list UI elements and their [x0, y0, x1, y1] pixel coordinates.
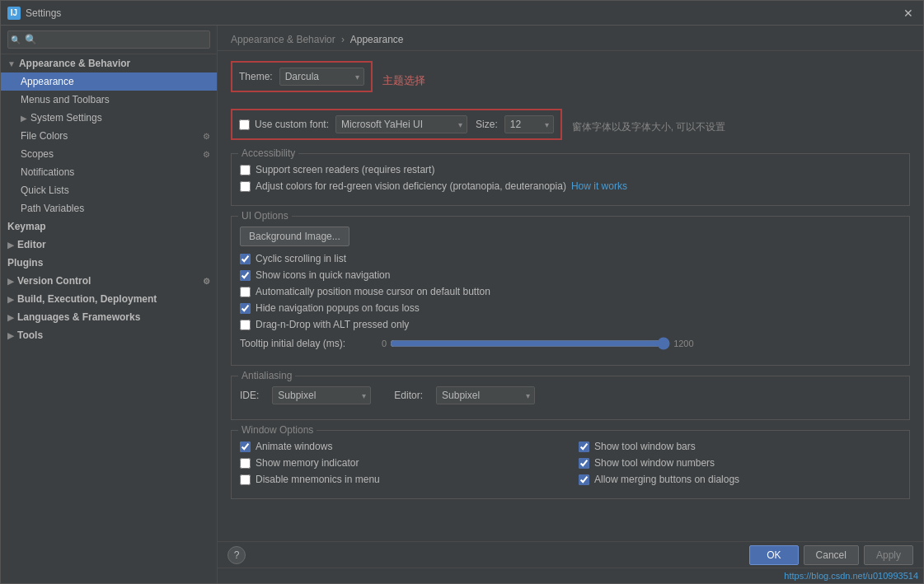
sidebar-item-label: Scopes	[21, 148, 54, 160]
theme-select[interactable]: Darcula IntelliJ Windows 10 High contras…	[279, 68, 364, 86]
app-icon: IJ	[7, 7, 21, 20]
expand-arrow: ▶	[7, 241, 14, 250]
expand-arrow: ▶	[7, 277, 14, 286]
content-panel: Appearance & Behavior › Appearance Theme…	[218, 26, 923, 583]
font-select[interactable]: Microsoft YaHei UI Arial Segoe UI	[335, 115, 467, 133]
size-select[interactable]: 12 11 13 14	[504, 115, 554, 133]
expand-arrow: ▶	[7, 313, 14, 322]
disable-mnemonics-row: Disable mnemonics in menu	[240, 474, 562, 485]
ide-select-wrapper: Subpixel Greyscale None	[272, 386, 371, 404]
ide-antialiasing-select[interactable]: Subpixel Greyscale None	[272, 386, 371, 404]
sidebar-item-version-control[interactable]: ▶ Version Control ⚙	[1, 272, 217, 290]
allow-merging-buttons-checkbox[interactable]	[579, 474, 589, 485]
show-tool-window-bars-checkbox[interactable]	[579, 442, 589, 452]
sidebar-item-path-variables[interactable]: Path Variables	[1, 199, 217, 217]
apply-button[interactable]: Apply	[864, 545, 913, 565]
expand-arrow: ▶	[7, 331, 14, 340]
hide-navigation-popups-row: Hide navigation popups on focus loss	[240, 302, 901, 314]
adjust-colors-checkbox[interactable]	[240, 181, 251, 192]
ide-label: IDE:	[240, 390, 259, 401]
settings-window: IJ Settings ✕ ▼ Appearance & Behavior Ap…	[0, 0, 924, 584]
font-select-wrapper: Microsoft YaHei UI Arial Segoe UI	[335, 115, 467, 133]
help-button[interactable]: ?	[227, 546, 246, 564]
theme-section: Theme: Darcula IntelliJ Windows 10 High …	[231, 61, 910, 100]
sidebar-item-menus-toolbars[interactable]: Menus and Toolbars	[1, 91, 217, 109]
theme-label: Theme:	[239, 71, 273, 82]
ok-button[interactable]: OK	[749, 545, 798, 565]
version-control-icon: ⚙	[203, 277, 210, 286]
show-icons-quick-nav-checkbox[interactable]	[240, 270, 251, 281]
cyclic-scrolling-label: Cyclic scrolling in list	[256, 253, 346, 264]
size-select-wrapper: 12 11 13 14	[504, 115, 554, 133]
disable-mnemonics-checkbox[interactable]	[240, 474, 251, 485]
sidebar-item-appearance-behavior[interactable]: ▼ Appearance & Behavior	[1, 54, 217, 72]
tooltip-delay-slider[interactable]	[390, 337, 670, 350]
animate-windows-checkbox[interactable]	[240, 442, 251, 452]
show-icons-quick-nav-row: Show icons in quick navigation	[240, 269, 901, 281]
animate-windows-row: Animate windows	[240, 441, 562, 452]
expand-arrow: ▼	[7, 59, 16, 68]
drag-drop-alt-row: Drag-n-Drop with ALT pressed only	[240, 319, 901, 330]
scopes-icon: ⚙	[203, 150, 210, 159]
auto-position-mouse-row: Automatically position mouse cursor on d…	[240, 286, 901, 297]
theme-row: Theme: Darcula IntelliJ Windows 10 High …	[231, 61, 373, 92]
sidebar-item-label: File Colors	[21, 130, 68, 142]
show-memory-indicator-label: Show memory indicator	[256, 457, 359, 469]
font-annotation: 窗体字体以及字体大小, 可以不设置	[572, 120, 726, 134]
url-bar: https://blog.csdn.net/u010993514	[218, 568, 923, 583]
sidebar-item-quick-lists[interactable]: Quick Lists	[1, 181, 217, 199]
search-box	[1, 26, 217, 54]
url-link[interactable]: https://blog.csdn.net/u010993514	[784, 571, 918, 581]
antialiasing-row: IDE: Subpixel Greyscale None Editor: Sub	[240, 386, 901, 404]
theme-annotation: 主题选择	[382, 73, 425, 88]
auto-position-mouse-label: Automatically position mouse cursor on d…	[256, 286, 490, 297]
sidebar-item-scopes[interactable]: Scopes ⚙	[1, 145, 217, 163]
tooltip-delay-label: Tooltip initial delay (ms):	[240, 338, 372, 349]
support-screen-readers-checkbox[interactable]	[240, 165, 251, 175]
sidebar-item-build-execution[interactable]: ▶ Build, Execution, Deployment	[1, 290, 217, 308]
sidebar-item-plugins[interactable]: Plugins	[1, 254, 217, 272]
window-title: Settings	[26, 7, 900, 19]
sidebar-item-system-settings[interactable]: ▶ System Settings	[1, 109, 217, 127]
sidebar-item-editor[interactable]: ▶ Editor	[1, 236, 217, 254]
tooltip-delay-row: Tooltip initial delay (ms): 0 1200	[240, 337, 901, 350]
sidebar-item-tools[interactable]: ▶ Tools	[1, 326, 217, 344]
allow-merging-buttons-label: Allow merging buttons on dialogs	[594, 474, 739, 485]
show-memory-indicator-row: Show memory indicator	[240, 457, 562, 469]
sidebar-item-appearance[interactable]: Appearance	[1, 72, 217, 91]
sidebar-item-keymap[interactable]: Keymap	[1, 217, 217, 236]
sidebar-item-label: Editor	[17, 239, 46, 250]
breadcrumb-current: Appearance	[350, 34, 404, 45]
sidebar-item-label: Quick Lists	[21, 185, 69, 196]
window-options-section: Window Options Animate windows Show memo…	[231, 430, 910, 499]
show-tool-window-numbers-checkbox[interactable]	[579, 458, 589, 469]
close-button[interactable]: ✕	[900, 5, 917, 21]
show-memory-indicator-checkbox[interactable]	[240, 458, 251, 469]
sidebar-item-notifications[interactable]: Notifications	[1, 163, 217, 181]
sidebar-item-label: System Settings	[30, 112, 102, 124]
sidebar-item-file-colors[interactable]: File Colors ⚙	[1, 127, 217, 145]
sidebar-item-languages-frameworks[interactable]: ▶ Languages & Frameworks	[1, 308, 217, 326]
slider-wrapper: 0 1200	[378, 337, 901, 350]
editor-antialiasing-select[interactable]: Subpixel Greyscale None	[436, 386, 535, 404]
ui-options-title: UI Options	[238, 210, 292, 222]
cancel-button[interactable]: Cancel	[804, 545, 859, 565]
drag-drop-alt-checkbox[interactable]	[240, 320, 251, 330]
support-screen-readers-row: Support screen readers (requires restart…	[240, 164, 901, 175]
how-it-works-link[interactable]: How it works	[571, 180, 627, 192]
file-colors-icon: ⚙	[203, 132, 210, 141]
cyclic-scrolling-checkbox[interactable]	[240, 254, 251, 264]
font-row: Use custom font: Microsoft YaHei UI Aria…	[231, 109, 562, 140]
background-image-button[interactable]: Background Image...	[240, 227, 349, 246]
search-input[interactable]	[7, 30, 210, 49]
sidebar: ▼ Appearance & Behavior Appearance Menus…	[1, 26, 218, 583]
antialiasing-title: Antialiasing	[238, 370, 295, 381]
support-screen-readers-label: Support screen readers (requires restart…	[256, 164, 434, 175]
sidebar-item-label: Version Control	[17, 275, 91, 287]
disable-mnemonics-label: Disable mnemonics in menu	[256, 474, 380, 485]
custom-font-checkbox[interactable]	[239, 119, 250, 130]
bottom-bar: ? OK Cancel Apply	[218, 541, 923, 568]
auto-position-mouse-checkbox[interactable]	[240, 287, 251, 297]
hide-navigation-popups-checkbox[interactable]	[240, 303, 251, 314]
adjust-colors-row: Adjust colors for red-green vision defic…	[240, 180, 901, 192]
